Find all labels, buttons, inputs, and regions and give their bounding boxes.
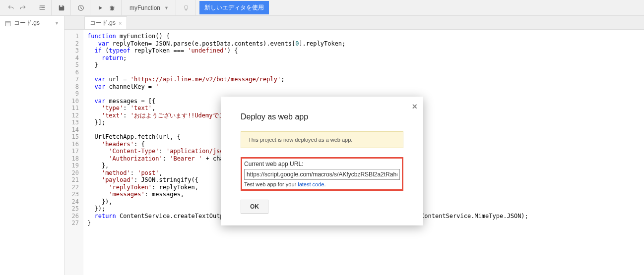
ok-button[interactable]: OK <box>241 200 268 214</box>
chevron-down-icon: ▼ <box>55 21 59 26</box>
deploy-dialog: × Deploy as web app This project is now … <box>221 97 423 225</box>
save-button[interactable] <box>56 2 67 14</box>
tab-label: コード.gs <box>90 19 116 27</box>
indent-button[interactable] <box>36 2 48 14</box>
test-webapp-line: Test web app for your latest code. <box>244 181 400 187</box>
close-button[interactable]: × <box>412 102 417 112</box>
latest-code-link[interactable]: latest code <box>298 181 324 187</box>
lightbulb-button[interactable] <box>180 2 192 14</box>
url-label: Current web app URL: <box>244 161 400 167</box>
svg-rect-0 <box>40 5 45 6</box>
chevron-down-icon: ▼ <box>164 5 169 10</box>
undo-button[interactable] <box>5 2 17 14</box>
run-button[interactable] <box>94 2 106 14</box>
url-highlight-box: Current web app URL: Test web app for yo… <box>241 157 403 191</box>
line-gutter: 1234567891011121314151617181920212223242… <box>64 30 83 275</box>
function-select-label: myFunction <box>129 4 160 11</box>
close-icon[interactable]: × <box>119 20 122 26</box>
svg-rect-2 <box>40 9 45 9</box>
sidebar-file-item[interactable]: ▤ コード.gs ▼ <box>0 16 64 30</box>
file-icon: ▤ <box>5 19 11 27</box>
sidebar-file-label: コード.gs <box>14 19 40 27</box>
redo-button[interactable] <box>17 2 29 14</box>
sidebar: ▤ コード.gs ▼ <box>0 16 64 275</box>
svg-rect-1 <box>41 7 45 7</box>
triggers-button[interactable] <box>75 2 87 14</box>
webapp-url-input[interactable] <box>244 169 400 180</box>
dialog-title: Deploy as web app <box>241 112 403 121</box>
debug-button[interactable] <box>106 2 118 14</box>
new-editor-button[interactable]: 新しいエディタを使用 <box>199 1 269 14</box>
tabs: コード.gs × <box>64 16 644 30</box>
function-select[interactable]: myFunction ▼ <box>126 4 173 11</box>
toolbar: myFunction ▼ 新しいエディタを使用 <box>0 0 644 16</box>
deploy-notice: This project is now deployed as a web ap… <box>241 131 403 148</box>
tab-code[interactable]: コード.gs × <box>84 16 127 29</box>
